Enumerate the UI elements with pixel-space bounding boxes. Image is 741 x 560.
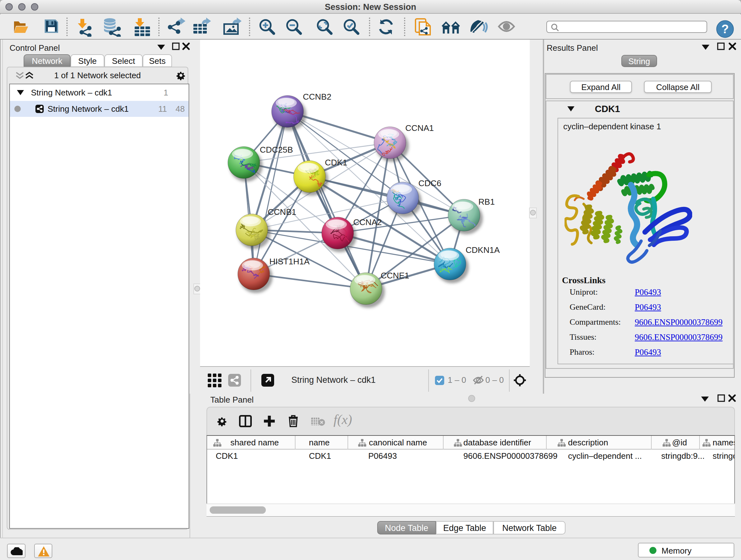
- svg-text:HIST1H1A: HIST1H1A: [269, 257, 310, 266]
- svg-text:CDC25B: CDC25B: [260, 145, 293, 154]
- svg-text:RB1: RB1: [478, 197, 495, 206]
- svg-text:CDC6: CDC6: [418, 179, 441, 188]
- svg-text:CCNB1: CCNB1: [268, 207, 296, 217]
- svg-text:CCNA1: CCNA1: [405, 123, 434, 133]
- svg-text:CCNB2: CCNB2: [303, 92, 331, 102]
- svg-text:?: ?: [721, 22, 729, 36]
- svg-text:CDK1: CDK1: [325, 158, 347, 167]
- svg-text:CDKN1A: CDKN1A: [466, 245, 500, 255]
- svg-text:CCNA2: CCNA2: [353, 217, 382, 227]
- svg-text:CCNE1: CCNE1: [381, 271, 409, 280]
